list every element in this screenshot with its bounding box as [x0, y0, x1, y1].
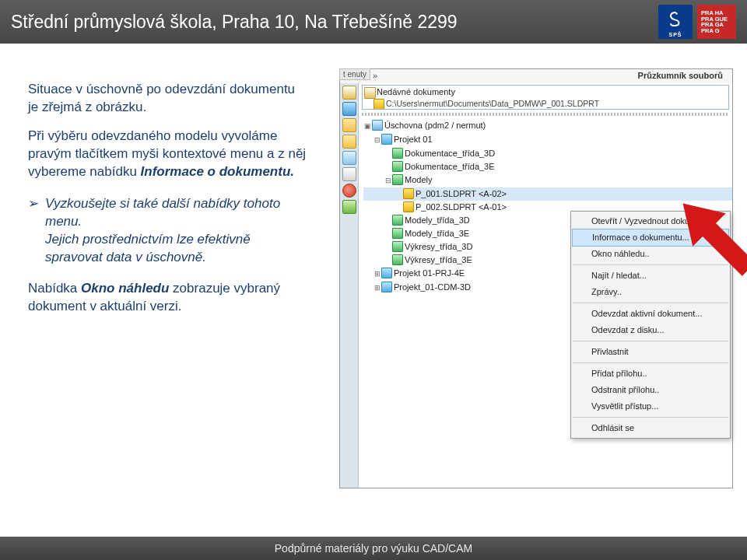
- logo-sps-text: SPŠ: [668, 32, 682, 37]
- ctx-separator: [573, 417, 728, 418]
- snake-icon: [664, 10, 687, 33]
- refresh-icon[interactable]: [342, 151, 356, 165]
- sidebar-icon[interactable]: [342, 102, 356, 116]
- recent-documents-head[interactable]: Nedávné dokumenty: [363, 86, 728, 98]
- logo-sps-box: SPŠ: [658, 5, 693, 39]
- ctx-reports[interactable]: Zprávy..: [571, 284, 730, 300]
- folder-icon: [381, 268, 392, 278]
- left-sidebar: [340, 83, 359, 488]
- logo-praha: PRA HA PRA GUE PRA GA PRA G: [697, 5, 736, 39]
- body-text: Situace v úschovně po odevzdání dokument…: [28, 81, 308, 327]
- drag-divider[interactable]: [362, 113, 729, 116]
- ctx-document-info[interactable]: Informace o dokumentu...: [572, 229, 729, 247]
- bullet-item: Vyzkoušejte si také další nabídky tohoto…: [28, 195, 308, 267]
- folder-icon: [392, 228, 403, 239]
- tree-folder[interactable]: Dokumentace_třída_3D: [363, 147, 732, 160]
- folder-icon: [392, 241, 403, 252]
- ctx-open-checkout[interactable]: Otevřít / Vyzvednout dokument..: [571, 213, 730, 229]
- svg-point-0: [675, 12, 677, 14]
- logo-praha-box: PRA HA PRA GUE PRA GA PRA G: [697, 5, 736, 39]
- ctx-preview-window[interactable]: Okno náhledu..: [571, 246, 730, 262]
- ctx-separator: [573, 264, 728, 265]
- tree-part-selected[interactable]: P_001.SLDPRT <A-02>: [363, 187, 732, 201]
- folder-icon: [392, 254, 403, 265]
- folder-icon: [392, 161, 403, 172]
- ctx-checkin-active[interactable]: Odevzdat aktivní dokument...: [571, 306, 730, 322]
- logo-sps: SPŠ: [658, 5, 693, 39]
- ctx-find[interactable]: Najít / hledat...: [571, 268, 730, 284]
- tree-folder[interactable]: ⊟Projekt 01: [363, 133, 732, 147]
- sidebar-icon[interactable]: [342, 200, 356, 214]
- footer-text: Podpůrné materiály pro výuku CAD/CAM: [275, 542, 472, 555]
- part-icon: [403, 201, 414, 212]
- slide-header: Střední průmyslová škola, Praha 10, Na T…: [0, 0, 747, 44]
- sidebar-icon[interactable]: [342, 167, 356, 181]
- sidebar-icon[interactable]: [342, 86, 356, 100]
- header-title: Střední průmyslová škola, Praha 10, Na T…: [11, 12, 654, 33]
- sidebar-icon[interactable]: [342, 184, 356, 198]
- ctx-separator: [573, 341, 728, 341]
- folder-icon: [392, 215, 403, 226]
- ctx-take-ownership[interactable]: Přivlastnit: [571, 344, 730, 360]
- ctx-checkin-disk[interactable]: Odevzdat z disku...: [571, 322, 730, 338]
- recent-document-row[interactable]: C:\Users\nermut\Documents\Data_PDMW\P_00…: [363, 98, 728, 109]
- chevron-expand-icon[interactable]: »: [373, 71, 377, 80]
- folder-icon: [381, 282, 392, 292]
- paragraph: Při výběru odevzdaného modelu vyvoláme p…: [28, 128, 308, 181]
- sidebar-icon[interactable]: [342, 118, 356, 132]
- tree-folder[interactable]: ⊟Modely: [363, 173, 732, 187]
- vault-icon: [372, 120, 383, 131]
- ctx-logout[interactable]: Odhlásit se: [571, 420, 730, 436]
- ctx-remove-attachment[interactable]: Odstranit přílohu..: [571, 382, 730, 398]
- folder-icon: [392, 174, 403, 185]
- sidebar-icon[interactable]: [342, 135, 356, 149]
- ctx-separator: [573, 303, 728, 303]
- ctx-explain-access[interactable]: Vysvětlit přístup...: [571, 398, 730, 415]
- folder-icon: [381, 134, 392, 145]
- panel-title: Průzkumník souborů: [638, 71, 723, 80]
- context-menu: Otevřít / Vyzvednout dokument.. Informac…: [570, 211, 731, 439]
- paragraph: Situace v úschovně po odevzdání dokument…: [28, 81, 308, 117]
- logo-praha-line: PRA G: [701, 28, 732, 34]
- truncated-tab: t enuty: [339, 68, 370, 80]
- slide-footer: Podpůrné materiály pro výuku CAD/CAM: [0, 537, 747, 560]
- folder-icon: [392, 148, 403, 159]
- recent-documents-box: Nedávné dokumenty C:\Users\nermut\Docume…: [362, 85, 729, 110]
- part-icon: [403, 188, 414, 199]
- slide-body: Situace v úschovně po odevzdání dokument…: [0, 44, 747, 537]
- ctx-separator: [573, 362, 728, 363]
- tree-folder[interactable]: Dokumentace_třída_3E: [363, 160, 732, 173]
- app-screenshot: t enuty » Průzkumník souborů Nedávné dok…: [339, 68, 733, 488]
- ctx-add-attachment[interactable]: Přidat přílohu..: [571, 366, 730, 382]
- paragraph: Nabídka Okno náhledu zobrazuje vybraný d…: [28, 280, 308, 316]
- tree-root[interactable]: ▣Úschovna (pdm2 / nermut): [363, 119, 732, 133]
